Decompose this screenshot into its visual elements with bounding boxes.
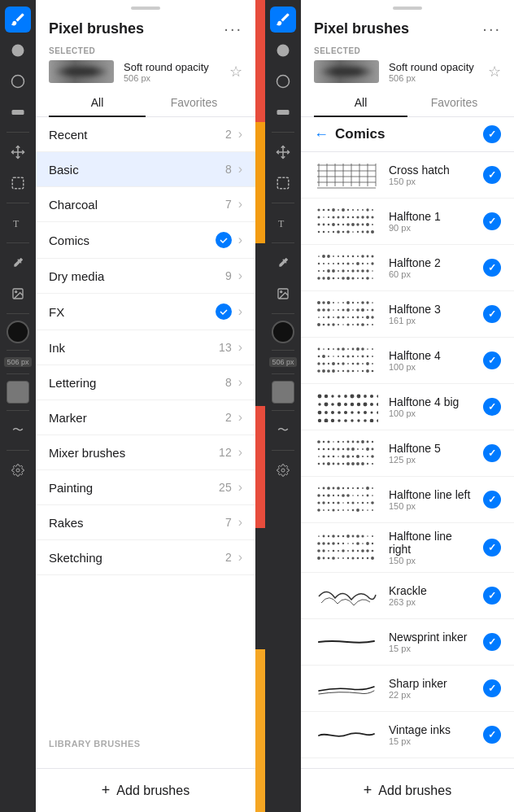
eyedropper-icon[interactable] <box>5 250 31 276</box>
eraser-icon-right[interactable] <box>270 99 296 125</box>
brush-detail-item-cross-hatch[interactable]: Cross hatch150 px <box>301 152 514 199</box>
eyedropper-icon-right[interactable] <box>270 250 296 276</box>
svg-point-57 <box>328 224 330 226</box>
brush-detail-item-halftone-5[interactable]: Halftone 5125 px <box>301 430 514 477</box>
tab-favorites-left[interactable]: Favorites <box>146 89 242 117</box>
svg-rect-13 <box>277 177 289 189</box>
star-icon-left[interactable]: ☆ <box>229 63 242 81</box>
brush-detail-item-halftone-line-left[interactable]: Halftone line left150 px <box>301 477 514 523</box>
brush-detail-item-sharp-inker[interactable]: Sharp inker22 px <box>301 666 514 712</box>
image-icon[interactable] <box>5 281 31 307</box>
svg-point-326 <box>333 448 335 451</box>
detail-badge[interactable] <box>483 491 501 509</box>
add-brushes-footer-left[interactable]: + Add brushes <box>36 768 255 812</box>
svg-point-190 <box>332 323 334 325</box>
panel-menu-left[interactable]: ··· <box>224 20 242 38</box>
foreground-color-right[interactable] <box>272 321 294 343</box>
panel-menu-right[interactable]: ··· <box>482 20 501 38</box>
brush-detail-item-newsprint-inker[interactable]: Newsprint inker15 px <box>301 619 514 666</box>
detail-badge[interactable] <box>483 444 501 462</box>
list-item-fx[interactable]: FX› <box>36 294 255 330</box>
svg-point-160 <box>361 301 364 304</box>
svg-point-277 <box>357 395 361 399</box>
detail-badge[interactable] <box>483 212 501 230</box>
svg-point-222 <box>372 348 373 350</box>
svg-point-371 <box>318 487 320 489</box>
svg-point-238 <box>332 362 335 365</box>
settings-icon[interactable] <box>5 457 31 483</box>
svg-point-286 <box>351 403 354 406</box>
detail-badge[interactable] <box>483 726 501 744</box>
settings-icon-right[interactable] <box>270 457 296 483</box>
list-item-dry-media[interactable]: Dry media9› <box>36 259 255 294</box>
selected-label-left: SELECTED <box>49 46 242 55</box>
list-item-ink[interactable]: Ink13› <box>36 330 255 365</box>
tab-favorites-right[interactable]: Favorites <box>407 89 501 117</box>
tabs-right: All Favorites <box>301 89 514 117</box>
list-item-count: 2 <box>225 128 232 141</box>
foreground-color[interactable] <box>7 321 29 343</box>
brush-detail-item-krackle[interactable]: Krackle263 px <box>301 573 514 619</box>
swatch-left[interactable] <box>7 381 29 404</box>
brush-detail-item-halftone-4[interactable]: Halftone 4100 px <box>301 338 514 384</box>
back-badge[interactable] <box>483 125 501 143</box>
paint-icon[interactable] <box>5 37 31 63</box>
detail-badge[interactable] <box>483 259 501 277</box>
detail-badge[interactable] <box>483 351 501 369</box>
detail-badge[interactable] <box>483 305 501 323</box>
brush-detail-item-halftone-2[interactable]: Halftone 260 px <box>301 245 514 291</box>
add-brushes-footer-right[interactable]: + Add brushes <box>301 768 514 812</box>
list-item-charcoal[interactable]: Charcoal7› <box>36 187 255 222</box>
list-item-basic[interactable]: Basic8› <box>36 152 255 187</box>
type-icon[interactable]: T <box>5 210 31 236</box>
brush-size-left: 506 px <box>124 73 220 83</box>
selection-icon-right[interactable] <box>270 170 296 196</box>
list-item-comics[interactable]: Comics› <box>36 222 255 259</box>
list-item-sketching[interactable]: Sketching2› <box>36 540 255 575</box>
brush-detail-item-halftone-3[interactable]: Halftone 3161 px <box>301 291 514 338</box>
list-item-mixer-brushes[interactable]: Mixer brushes12› <box>36 435 255 470</box>
list-item-lettering[interactable]: Lettering8› <box>36 365 255 400</box>
brush-stroke-preview <box>314 298 379 330</box>
image-icon-right[interactable] <box>270 281 296 307</box>
transform-icon-right[interactable] <box>270 139 296 165</box>
eraser-icon[interactable] <box>5 99 31 125</box>
svg-point-356 <box>361 462 364 465</box>
wave-icon-right[interactable]: 〜 <box>270 417 296 443</box>
type-icon-right[interactable]: T <box>270 210 296 236</box>
selected-section-left: SELECTED Soft round opacity 506 px ☆ <box>36 43 255 89</box>
transform-icon[interactable] <box>5 139 31 165</box>
smudge-icon-right[interactable] <box>270 68 296 94</box>
detail-badge[interactable] <box>483 166 501 184</box>
brush-detail-size: 22 px <box>389 690 473 700</box>
svg-point-68 <box>323 231 325 233</box>
brushes-icon[interactable] <box>5 7 31 33</box>
detail-badge[interactable] <box>483 679 501 697</box>
wave-icon[interactable]: 〜 <box>5 417 31 443</box>
star-icon-right[interactable]: ☆ <box>488 63 501 81</box>
svg-point-53 <box>366 216 368 218</box>
selection-icon[interactable] <box>5 170 31 196</box>
brush-detail-item-halftone-1[interactable]: Halftone 190 px <box>301 199 514 245</box>
tab-all-left[interactable]: All <box>49 89 146 117</box>
brushes-icon-right[interactable] <box>270 7 296 33</box>
list-item-painting[interactable]: Painting25› <box>36 470 255 505</box>
detail-badge[interactable] <box>483 539 501 557</box>
detail-badge[interactable] <box>483 587 501 605</box>
svg-point-217 <box>347 348 349 350</box>
swatch-right[interactable] <box>272 381 294 404</box>
smudge-icon[interactable] <box>5 68 31 94</box>
paint-icon-right[interactable] <box>270 37 296 63</box>
brush-detail-item-vintage-inks[interactable]: Vintage inks15 px <box>301 712 514 758</box>
tab-all-right[interactable]: All <box>314 89 407 117</box>
svg-point-417 <box>367 509 368 511</box>
svg-point-135 <box>357 277 359 279</box>
list-item-rakes[interactable]: Rakes7› <box>36 505 255 540</box>
brush-detail-item-halftone-4-big[interactable]: Halftone 4 big100 px <box>301 384 514 430</box>
back-arrow-icon[interactable]: ← <box>314 126 329 143</box>
list-item-marker[interactable]: Marker2› <box>36 400 255 435</box>
detail-badge[interactable] <box>483 633 501 651</box>
brush-detail-item-halftone-line-right[interactable]: Halftone line right150 px <box>301 523 514 573</box>
list-item-recent[interactable]: Recent2› <box>36 117 255 152</box>
detail-badge[interactable] <box>483 398 501 416</box>
